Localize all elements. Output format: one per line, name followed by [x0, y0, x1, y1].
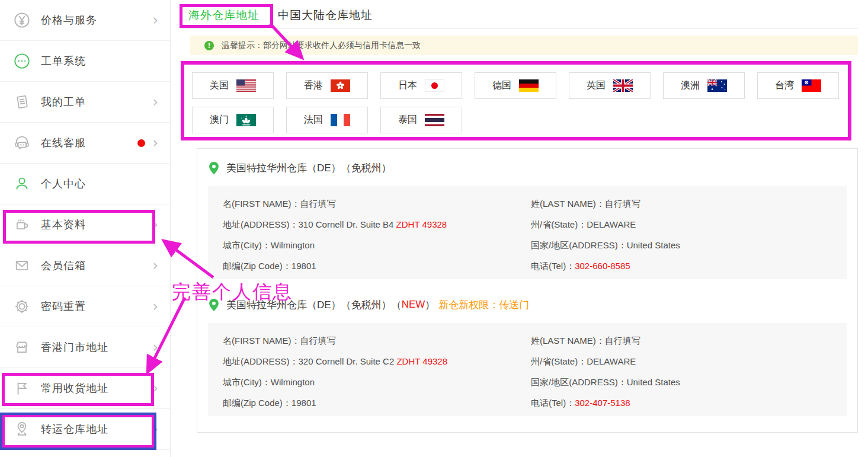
jp-flag-icon	[425, 79, 444, 92]
country-mo[interactable]: 澳门	[192, 107, 274, 133]
chevron-right-icon: ›	[152, 258, 158, 273]
hk-flag-icon	[331, 79, 350, 92]
warehouse-list-card: 美国特拉华州仓库（DE）（免税州） 名(FIRST NAME)：自行填写 地址(…	[197, 148, 858, 433]
country-fr[interactable]: 法国	[286, 107, 368, 133]
warehouse-title-2: 美国特拉华州仓库（DE）（免税州）（ NEW ） 新仓新权限：传送门	[209, 297, 857, 312]
field-last-name: 姓(LAST NAME)：自行填写	[531, 193, 847, 214]
sidebar-item-label: 转运仓库地址	[41, 422, 152, 436]
country-de[interactable]: 德国	[475, 72, 556, 99]
sidebar-item-personal-center[interactable]: 个人中心	[0, 164, 170, 204]
sidebar-item-hk-store-address[interactable]: 香港门市地址 ›	[0, 327, 170, 368]
warehouse-name: 美国特拉华州仓库（DE）（免税州）	[226, 161, 392, 175]
sidebar-item-member-mailbox[interactable]: 会员信箱 ›	[0, 245, 170, 286]
paren-close: ）	[425, 298, 435, 312]
country-label: 香港	[304, 79, 323, 92]
country-hk[interactable]: 香港	[286, 72, 368, 99]
country-label: 澳门	[210, 114, 229, 126]
field-city: 城市(City)：Wilmington	[223, 235, 531, 255]
chevron-right-icon: ›	[152, 340, 158, 354]
field-tel: 电话(Tel)：302-660-8585	[531, 255, 847, 276]
th-flag-icon	[425, 114, 444, 126]
country-label: 台湾	[775, 79, 794, 92]
sidebar-item-label: 在线客服	[41, 136, 137, 150]
envelope-icon	[13, 257, 31, 274]
map-pin-icon	[13, 421, 31, 437]
sidebar-item-label: 香港门市地址	[41, 340, 152, 354]
person-icon	[13, 175, 31, 192]
warehouse-name: 美国特拉华州仓库（DE）（免税州）（	[226, 298, 402, 312]
field-state: 州/省(State)：DELAWARE	[531, 351, 847, 372]
country-label: 泰国	[398, 114, 417, 126]
sidebar: 价格与服务 › 工单系统 我的工单 ›	[0, 0, 171, 457]
country-jp[interactable]: 日本	[380, 72, 462, 99]
sidebar-item-password-reset[interactable]: 密码重置 ›	[0, 286, 170, 327]
location-pin-icon	[209, 162, 219, 174]
country-label: 澳洲	[681, 79, 700, 92]
notice-text: 温馨提示：部分网站要求收件人必须与信用卡信息一致	[222, 40, 421, 51]
warehouse-title-1: 美国特拉华州仓库（DE）（免税州）	[209, 160, 857, 175]
gb-flag-icon	[613, 79, 633, 92]
field-country: 国家/地区(ADDRESS)：United States	[531, 235, 847, 255]
chevron-right-icon: ›	[152, 13, 158, 27]
country-label: 日本	[398, 79, 417, 92]
notification-dot	[137, 139, 145, 147]
document-icon	[13, 94, 31, 110]
warehouse-address-panel-1: 名(FIRST NAME)：自行填写 地址(ADDRESS)：310 Corne…	[208, 186, 847, 279]
sidebar-item-shipping-address[interactable]: 常用收货地址 ›	[0, 368, 170, 409]
sidebar-item-ticket-system[interactable]: 工单系统	[0, 41, 170, 82]
sidebar-item-label: 价格与服务	[41, 13, 152, 27]
flag-icon	[13, 380, 31, 397]
sidebar-item-online-support[interactable]: 在线客服 ›	[0, 123, 170, 164]
sidebar-item-label: 基本资料	[41, 218, 152, 232]
tab-mainland-warehouse[interactable]: 中国大陆仓库地址	[278, 8, 373, 23]
sidebar-item-pricing-services[interactable]: 价格与服务 ›	[0, 0, 170, 41]
sidebar-item-my-tickets[interactable]: 我的工单 ›	[0, 82, 170, 123]
sidebar-item-label: 工单系统	[41, 54, 158, 68]
chevron-right-icon: ›	[152, 218, 158, 232]
field-first-name: 名(FIRST NAME)：自行填写	[223, 330, 531, 351]
chevron-right-icon: ›	[152, 95, 158, 109]
country-au[interactable]: 澳洲	[663, 72, 745, 99]
yen-circle-icon	[13, 12, 31, 28]
de-flag-icon	[519, 79, 539, 92]
field-tel: 电话(Tel)：302-407-5138	[531, 392, 847, 413]
notice-bar: ! 温馨提示：部分网站要求收件人必须与信用卡信息一致	[190, 36, 858, 55]
location-pin-icon	[209, 299, 219, 311]
portal-link[interactable]: 新仓新权限：传送门	[438, 298, 529, 312]
country-label: 英国	[587, 79, 606, 92]
country-selector: 美国 香港 日本 德国	[181, 61, 851, 140]
field-state: 州/省(State)：DELAWARE	[531, 214, 847, 235]
field-country: 国家/地区(ADDRESS)：United States	[531, 372, 847, 392]
sidebar-item-label: 会员信箱	[41, 258, 152, 273]
sidebar-item-basic-info[interactable]: 基本资料 ›	[0, 204, 170, 245]
country-label: 德国	[492, 79, 511, 92]
field-zip: 邮编(Zip Code)：19801	[223, 392, 531, 413]
sidebar-item-label: 常用收货地址	[41, 381, 152, 395]
country-us[interactable]: 美国	[192, 72, 274, 99]
warehouse-address-panel-2: 名(FIRST NAME)：自行填写 地址(ADDRESS)：320 Corne…	[208, 323, 847, 416]
country-tw[interactable]: 台湾	[757, 72, 839, 99]
country-th[interactable]: 泰国	[380, 107, 462, 133]
chevron-right-icon: ›	[152, 299, 158, 314]
tab-overseas-warehouse[interactable]: 海外仓库地址	[188, 8, 260, 23]
tabs-divider	[181, 28, 858, 29]
field-address: 地址(ADDRESS)：320 Cornell Dr. Suite C2 ZDH…	[223, 351, 531, 372]
country-gb[interactable]: 英国	[569, 72, 651, 99]
chat-dots-icon	[13, 53, 31, 69]
mo-flag-icon	[236, 114, 256, 126]
tw-flag-icon	[802, 79, 821, 92]
chevron-right-icon: ›	[152, 136, 158, 150]
chevron-right-icon: ›	[152, 422, 158, 436]
sidebar-item-warehouse-address[interactable]: 转运仓库地址 ›	[0, 409, 170, 450]
fr-flag-icon	[331, 114, 350, 126]
new-tag: NEW	[402, 299, 425, 311]
sidebar-item-label: 密码重置	[41, 299, 152, 314]
field-first-name: 名(FIRST NAME)：自行填写	[223, 193, 531, 214]
au-flag-icon	[707, 79, 727, 92]
shop-icon	[13, 339, 31, 356]
sidebar-item-label: 我的工单	[41, 95, 152, 109]
cup-icon	[13, 216, 31, 233]
country-label: 美国	[210, 79, 229, 92]
gear-icon	[13, 298, 31, 315]
field-last-name: 姓(LAST NAME)：自行填写	[531, 330, 847, 351]
